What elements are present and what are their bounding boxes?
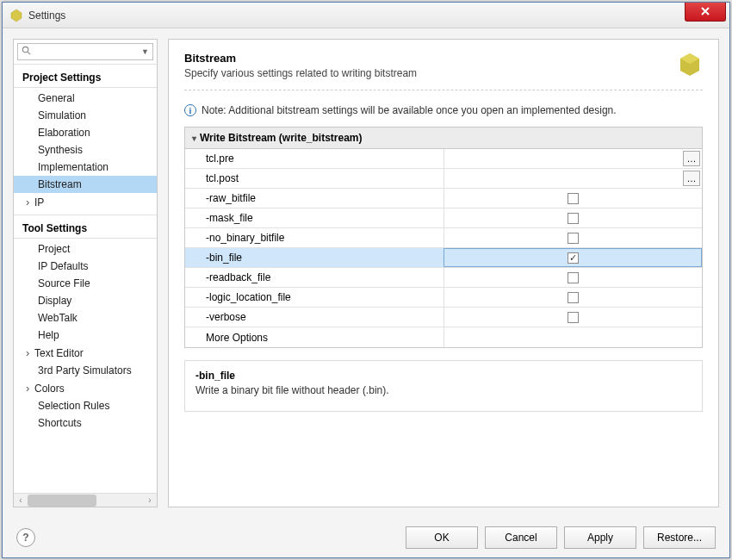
svg-line-2 bbox=[28, 52, 30, 54]
property-label: -bin_file bbox=[185, 248, 444, 267]
ok-button[interactable]: OK bbox=[406, 526, 478, 549]
property-label: -no_binary_bitfile bbox=[185, 228, 444, 247]
property-label: More Options bbox=[185, 327, 444, 347]
property-value[interactable] bbox=[444, 308, 702, 327]
tree-item-bitstream[interactable]: Bitstream bbox=[14, 176, 157, 193]
browse-button[interactable]: … bbox=[683, 171, 700, 186]
property-row[interactable]: -bin_file bbox=[185, 248, 702, 268]
settings-tree[interactable]: Project SettingsGeneralSimulationElabora… bbox=[14, 65, 157, 493]
tree-item-general[interactable]: General bbox=[14, 90, 157, 107]
group-title: Write Bitstream (write_bitstream) bbox=[200, 132, 363, 144]
checkbox[interactable] bbox=[568, 252, 579, 264]
settings-window: Settings ▼ Project SettingsGeneralSimula… bbox=[2, 2, 730, 558]
property-label: tcl.pre bbox=[185, 149, 444, 168]
content-area: ▼ Project SettingsGeneralSimulationElabo… bbox=[3, 28, 729, 518]
tree-item-shortcuts[interactable]: Shortcuts bbox=[14, 414, 157, 432]
checkbox[interactable] bbox=[568, 193, 579, 204]
close-button[interactable] bbox=[685, 3, 726, 22]
tree-item-implementation[interactable]: Implementation bbox=[14, 159, 157, 176]
checkbox[interactable] bbox=[568, 233, 579, 244]
footer: ? OK Cancel Apply Restore... bbox=[3, 518, 729, 557]
tree-item-colors[interactable]: Colors bbox=[14, 379, 157, 397]
property-label: -raw_bitfile bbox=[185, 189, 444, 208]
description-text: Write a binary bit file without header (… bbox=[195, 384, 692, 396]
property-row[interactable]: tcl.pre… bbox=[185, 149, 702, 169]
property-row[interactable]: -readback_file bbox=[185, 268, 702, 288]
property-row[interactable]: -mask_file bbox=[185, 208, 702, 228]
property-row[interactable]: More Options bbox=[185, 327, 702, 347]
properties-rows: tcl.pre…tcl.post…-raw_bitfile-mask_file-… bbox=[185, 149, 702, 347]
app-icon bbox=[9, 9, 23, 22]
tree-item-elaboration[interactable]: Elaboration bbox=[14, 124, 157, 141]
horizontal-scrollbar[interactable]: ‹ › bbox=[14, 493, 157, 507]
property-row[interactable]: -logic_location_file bbox=[185, 288, 702, 308]
tree-item-3rd-party-simulators[interactable]: 3rd Party Simulators bbox=[14, 362, 157, 379]
checkbox[interactable] bbox=[568, 292, 579, 303]
tree-section-header: Tool Settings bbox=[14, 219, 157, 239]
search-icon bbox=[22, 46, 31, 58]
tree-item-selection-rules[interactable]: Selection Rules bbox=[14, 397, 157, 414]
tree-section-header: Project Settings bbox=[14, 68, 157, 88]
property-value[interactable] bbox=[444, 268, 702, 287]
property-row[interactable]: -verbose bbox=[185, 308, 702, 327]
titlebar: Settings bbox=[3, 3, 729, 28]
property-value[interactable] bbox=[444, 228, 702, 247]
page-subtitle: Specify various settings related to writ… bbox=[184, 67, 703, 79]
svg-point-1 bbox=[22, 47, 28, 52]
tree-item-source-file[interactable]: Source File bbox=[14, 275, 157, 292]
main-panel: Bitstream Specify various settings relat… bbox=[168, 39, 719, 507]
tree-item-synthesis[interactable]: Synthesis bbox=[14, 141, 157, 159]
restore-button[interactable]: Restore... bbox=[643, 526, 716, 549]
svg-marker-0 bbox=[11, 9, 22, 22]
property-value[interactable] bbox=[444, 288, 702, 307]
property-value[interactable] bbox=[444, 248, 702, 267]
help-button[interactable]: ? bbox=[16, 528, 35, 547]
tree-item-webtalk[interactable]: WebTalk bbox=[14, 309, 157, 327]
search-input[interactable] bbox=[34, 46, 140, 58]
main-header: Bitstream Specify various settings relat… bbox=[184, 52, 703, 90]
property-value[interactable]: … bbox=[444, 169, 702, 188]
tree-item-text-editor[interactable]: Text Editor bbox=[14, 344, 157, 362]
property-row[interactable]: tcl.post… bbox=[185, 169, 702, 189]
property-row[interactable]: -raw_bitfile bbox=[185, 189, 702, 208]
description-box: -bin_file Write a binary bit file withou… bbox=[184, 360, 703, 412]
property-row[interactable]: -no_binary_bitfile bbox=[185, 228, 702, 248]
page-title: Bitstream bbox=[184, 52, 703, 65]
checkbox[interactable] bbox=[568, 213, 579, 224]
tree-item-ip[interactable]: IP bbox=[14, 193, 157, 211]
apply-button[interactable]: Apply bbox=[564, 526, 636, 549]
search-box: ▼ bbox=[14, 40, 157, 65]
search-field-wrap[interactable]: ▼ bbox=[17, 43, 153, 60]
tree-item-help[interactable]: Help bbox=[14, 327, 157, 344]
property-label: -readback_file bbox=[185, 268, 444, 287]
property-label: -verbose bbox=[185, 308, 444, 327]
scroll-left-icon[interactable]: ‹ bbox=[14, 495, 28, 505]
window-title: Settings bbox=[28, 9, 685, 22]
tree-item-simulation[interactable]: Simulation bbox=[14, 107, 157, 124]
expand-icon: ▾ bbox=[192, 134, 196, 143]
scroll-thumb[interactable] bbox=[28, 495, 96, 507]
property-value[interactable]: … bbox=[444, 149, 702, 168]
scroll-track[interactable] bbox=[28, 495, 143, 507]
property-value[interactable] bbox=[444, 208, 702, 227]
tree-item-project[interactable]: Project bbox=[14, 240, 157, 258]
property-value[interactable] bbox=[444, 327, 702, 347]
sidebar: ▼ Project SettingsGeneralSimulationElabo… bbox=[13, 39, 158, 507]
browse-button[interactable]: … bbox=[683, 151, 700, 166]
checkbox[interactable] bbox=[568, 272, 579, 283]
property-label: -logic_location_file bbox=[185, 288, 444, 307]
info-note: i Note: Additional bitstream settings wi… bbox=[184, 104, 703, 116]
property-label: -mask_file bbox=[185, 208, 444, 227]
cancel-button[interactable]: Cancel bbox=[485, 526, 557, 549]
tree-separator bbox=[14, 215, 157, 215]
scroll-right-icon[interactable]: › bbox=[143, 495, 157, 505]
property-value[interactable] bbox=[444, 189, 702, 208]
properties-table: ▾ Write Bitstream (write_bitstream) tcl.… bbox=[184, 127, 703, 348]
search-dropdown-icon[interactable]: ▼ bbox=[141, 47, 149, 56]
tree-item-display[interactable]: Display bbox=[14, 292, 157, 309]
tree-item-ip-defaults[interactable]: IP Defaults bbox=[14, 258, 157, 275]
checkbox[interactable] bbox=[568, 312, 579, 323]
info-icon: i bbox=[184, 104, 196, 116]
close-icon bbox=[700, 6, 710, 16]
properties-group-header[interactable]: ▾ Write Bitstream (write_bitstream) bbox=[185, 128, 702, 149]
